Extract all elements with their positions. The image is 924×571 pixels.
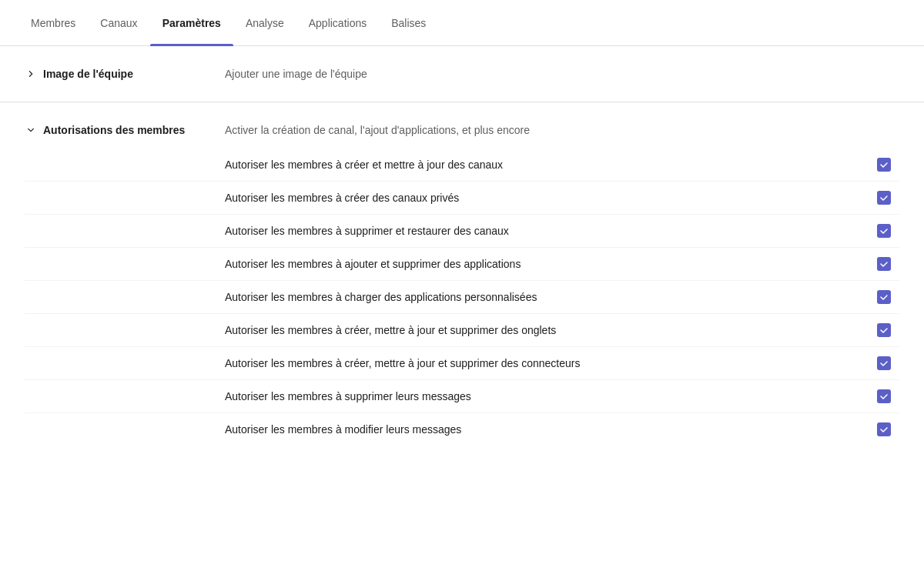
checkbox-8[interactable]: [877, 389, 891, 403]
autorisations-chevron: [25, 124, 37, 136]
checkbox-3[interactable]: [877, 224, 891, 238]
permission-row-6: Autoriser les membres à créer, mettre à …: [25, 313, 899, 346]
checkbox-wrapper-4: [869, 257, 899, 271]
permission-row-3: Autoriser les membres à supprimer et res…: [25, 214, 899, 247]
permission-row-7: Autoriser les membres à créer, mettre à …: [25, 346, 899, 379]
checkbox-4[interactable]: [877, 257, 891, 271]
checkbox-9[interactable]: [877, 422, 891, 436]
permission-label-6: Autoriser les membres à créer, mettre à …: [225, 324, 869, 336]
autorisations-header: Autorisations des membres Activer la cré…: [0, 102, 924, 149]
checkbox-5[interactable]: [877, 290, 891, 304]
permissions-list: Autoriser les membres à créer et mettre …: [0, 149, 924, 464]
image-equipe-toggle[interactable]: Image de l'équipe: [25, 68, 225, 80]
checkbox-wrapper-9: [869, 422, 899, 436]
autorisations-description: Activer la création de canal, l'ajout d'…: [225, 124, 899, 136]
checkbox-wrapper-5: [869, 290, 899, 304]
permission-label-2: Autoriser les membres à créer des canaux…: [225, 192, 869, 204]
tab-parametres[interactable]: Paramètres: [150, 0, 233, 46]
autorisations-section: Autorisations des membres Activer la cré…: [0, 102, 924, 464]
permission-row-1: Autoriser les membres à créer et mettre …: [25, 149, 899, 181]
tab-navigation: Membres Canaux Paramètres Analyse Applic…: [0, 0, 924, 46]
permission-label-5: Autoriser les membres à charger des appl…: [225, 291, 869, 303]
tab-membres[interactable]: Membres: [18, 0, 88, 46]
checkbox-wrapper-3: [869, 224, 899, 238]
permission-row-9: Autoriser les membres à modifier leurs m…: [25, 412, 899, 446]
permission-row-8: Autoriser les membres à supprimer leurs …: [25, 379, 899, 412]
permission-label-1: Autoriser les membres à créer et mettre …: [225, 159, 869, 171]
checkbox-wrapper-2: [869, 191, 899, 205]
permission-row-4: Autoriser les membres à ajouter et suppr…: [25, 247, 899, 280]
image-equipe-description: Ajouter une image de l'équipe: [225, 68, 899, 80]
image-equipe-chevron: [25, 68, 37, 80]
permission-label-3: Autoriser les membres à supprimer et res…: [225, 225, 869, 237]
checkbox-6[interactable]: [877, 323, 891, 337]
checkbox-1[interactable]: [877, 158, 891, 172]
tab-balises[interactable]: Balises: [379, 0, 438, 46]
image-equipe-title: Image de l'équipe: [43, 68, 133, 80]
permission-row-5: Autoriser les membres à charger des appl…: [25, 280, 899, 313]
content-area: Image de l'équipe Ajouter une image de l…: [0, 46, 924, 464]
permission-label-4: Autoriser les membres à ajouter et suppr…: [225, 258, 869, 270]
checkbox-wrapper-8: [869, 389, 899, 403]
checkbox-7[interactable]: [877, 356, 891, 370]
checkbox-wrapper-1: [869, 158, 899, 172]
image-equipe-header: Image de l'équipe Ajouter une image de l…: [0, 46, 924, 102]
checkbox-2[interactable]: [877, 191, 891, 205]
page-container: Membres Canaux Paramètres Analyse Applic…: [0, 0, 924, 571]
permission-row-2: Autoriser les membres à créer des canaux…: [25, 181, 899, 214]
tab-applications[interactable]: Applications: [296, 0, 380, 46]
autorisations-toggle[interactable]: Autorisations des membres: [25, 124, 225, 136]
tab-canaux[interactable]: Canaux: [88, 0, 149, 46]
checkbox-wrapper-7: [869, 356, 899, 370]
permission-label-8: Autoriser les membres à supprimer leurs …: [225, 390, 869, 402]
permission-label-7: Autoriser les membres à créer, mettre à …: [225, 357, 869, 369]
permission-label-9: Autoriser les membres à modifier leurs m…: [225, 423, 869, 436]
image-equipe-section: Image de l'équipe Ajouter une image de l…: [0, 46, 924, 102]
checkbox-wrapper-6: [869, 323, 899, 337]
tab-analyse[interactable]: Analyse: [233, 0, 296, 46]
autorisations-title: Autorisations des membres: [43, 124, 185, 136]
